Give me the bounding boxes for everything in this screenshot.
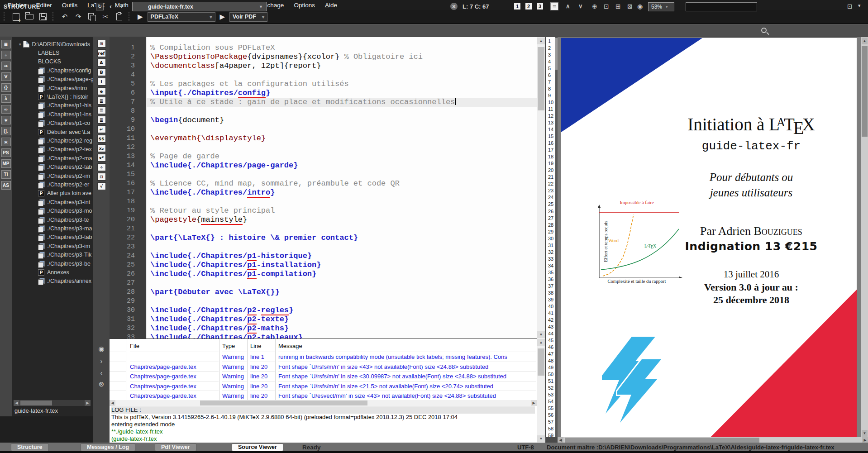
edit-icon-12[interactable]: x²	[97, 154, 106, 162]
scroll-right-icon[interactable]: ▶	[531, 400, 537, 406]
message-cell[interactable]: Warning	[222, 381, 247, 391]
symbol-tab-8[interactable]: (].	[1, 127, 11, 135]
message-cell[interactable]: Font shape `U/rsfs/m/n' in size <21.5> n…	[278, 381, 536, 391]
menu-item-outils[interactable]: Outils	[57, 1, 83, 10]
symbol-tab-7[interactable]: ∗	[1, 116, 11, 124]
tree-item-chapitres-p2-ma[interactable]: ./Chapitres/p2-ma	[38, 154, 92, 162]
tree-item-chapitres-p2-tex[interactable]: ./Chapitres/p2-tex	[38, 145, 92, 154]
symbol-tab-0[interactable]: ≣	[1, 40, 11, 48]
message-cell[interactable]: Font shape `U/rsfs/m/n' in size <43> not…	[278, 362, 536, 372]
menu-item-aide[interactable]: Aide	[320, 1, 342, 10]
message-cell[interactable]	[130, 352, 219, 362]
fit-page-icon[interactable]: ⊡	[604, 3, 609, 10]
message-cell[interactable]: line 20	[250, 391, 275, 400]
code-editor[interactable]: % Compilation sous PDFLaTeX\PassOptionsT…	[146, 37, 537, 339]
edit-icon-7[interactable]: ≣	[97, 106, 106, 114]
tree-item-labels[interactable]: LABELS	[38, 48, 59, 57]
close-panel-icon[interactable]: ⊗	[99, 379, 105, 389]
scroll-up-icon[interactable]: ▲	[862, 38, 868, 44]
cut-button[interactable]: ✂	[100, 11, 111, 22]
statusbar-tab-pdf-viewer[interactable]: Pdf Viewer	[155, 443, 196, 451]
pdf-scrollbar-vertical[interactable]: ▲ ▼	[861, 37, 868, 437]
message-cell[interactable]	[110, 352, 126, 362]
message-cell[interactable]: Chapitres/page-garde.tex	[130, 371, 219, 381]
tree-item-chapitres-intro[interactable]: ./Chapitres/intro	[38, 84, 87, 92]
tree-item-blocks[interactable]: BLOCKS	[38, 57, 61, 66]
editor-scrollbar-vertical[interactable]: ▲ ▼	[537, 37, 545, 339]
scrollbar-thumb[interactable]	[20, 401, 52, 405]
message-cell[interactable]	[110, 381, 126, 391]
edit-icon-0[interactable]: ⊞	[97, 40, 106, 48]
scroll-up-icon[interactable]: ▲	[537, 339, 545, 346]
symbol-tab-13[interactable]: AS	[1, 181, 11, 190]
user-tag-button-3[interactable]: 3	[536, 3, 544, 10]
tree-item-d-buter-avec-la[interactable]: PDébuter avec \La	[38, 128, 90, 136]
tree-item-chapitres-p3-im[interactable]: ./Chapitres/p3-im	[38, 242, 90, 250]
edit-icon-4[interactable]: I	[97, 78, 106, 86]
symbol-tab-3[interactable]: ∀	[1, 72, 11, 81]
message-cell[interactable]: Chapitres/page-garde.tex	[130, 391, 219, 400]
messages-scrollbar-horizontal[interactable]: ◀ ▶	[110, 400, 537, 406]
message-cell[interactable]	[110, 362, 126, 372]
message-cell[interactable]: line 20	[250, 381, 275, 391]
tree-item-chapitres-p3-tik[interactable]: ./Chapitres/p3-Tik	[38, 251, 91, 259]
symbol-tab-10[interactable]: PS	[1, 148, 11, 157]
user-tag-button-2[interactable]: 2	[525, 3, 532, 10]
message-cell[interactable]: Warning	[222, 391, 247, 400]
statusbar-tab-source-viewer[interactable]: Source Viewer	[232, 443, 283, 451]
save-button[interactable]	[37, 11, 49, 22]
message-cell[interactable]	[110, 391, 126, 400]
edit-icon-9[interactable]: ↵	[97, 125, 106, 133]
tree-item-chapitres-p1-his[interactable]: ./Chapitres/p1-his	[38, 101, 91, 110]
scrollbar-thumb[interactable]	[538, 348, 544, 376]
symbol-tab-6[interactable]: ∞	[1, 105, 11, 114]
chevron-down-icon[interactable]: ∨	[578, 3, 583, 10]
edit-icon-5[interactable]: e	[97, 87, 106, 95]
tree-item-chapitres-p2-tab[interactable]: ./Chapitres/p2-tab	[38, 163, 92, 172]
tree-item-chapitres-p1-ins[interactable]: ./Chapitres/p1-ins	[38, 110, 91, 119]
presentation-eye-icon[interactable]: ◉	[637, 3, 643, 10]
message-cell[interactable]: line 20	[250, 371, 275, 381]
paste-button[interactable]	[113, 11, 125, 22]
symbol-tab-1[interactable]: ÷	[1, 51, 11, 59]
tree-item-chapitres-p3-be[interactable]: ./Chapitres/p3-be	[38, 259, 91, 268]
edit-icon-6[interactable]: ≣	[97, 97, 106, 105]
tree-item-aller-plus-loin-av[interactable]: PAller plus loin ave	[38, 189, 91, 198]
back-arrow-icon[interactable]: ‹	[110, 2, 112, 10]
tree-collapse-icon[interactable]: ▾	[19, 42, 21, 47]
stop-icon[interactable]: ✕	[450, 3, 458, 10]
edit-icon-10[interactable]: $$	[97, 135, 106, 143]
message-cell[interactable]: running in backwards compatibility mode …	[278, 352, 536, 362]
tree-item-chapitres-p2-er[interactable]: ./Chapitres/p2-er	[38, 180, 89, 189]
symbol-tab-5[interactable]: λ	[1, 94, 11, 103]
message-cell[interactable]: Chapitres/page-garde.tex	[130, 362, 219, 372]
scrollbar-thumb[interactable]	[538, 47, 544, 110]
view-select[interactable]: Voir PDF ▾	[229, 12, 267, 22]
messages-scrollbar-vertical[interactable]: ▲ ▼	[537, 339, 545, 443]
tree-item-chapitres-p3-mo[interactable]: ./Chapitres/p3-mo	[38, 207, 92, 215]
edit-icon-14[interactable]: ⊟	[97, 173, 106, 181]
menu-item-options[interactable]: Options	[289, 1, 320, 10]
symbol-tab-11[interactable]: MP	[1, 159, 11, 168]
copy-button[interactable]	[86, 11, 98, 22]
run-compile-button[interactable]: ▶	[135, 13, 146, 21]
tree-item-chapitres-annex[interactable]: ./Chapitres/annex	[38, 277, 91, 286]
chevron-up-icon[interactable]: ∧	[566, 3, 570, 10]
scroll-up-icon[interactable]: ▲	[537, 38, 545, 44]
open-file-dropdown[interactable]: guide-latex-fr.tex ▾	[132, 2, 267, 11]
tree-item-chapitres-page-g[interactable]: ./Chapitres/page-g	[38, 75, 93, 84]
edit-icon-13[interactable]: ÷	[97, 163, 106, 171]
message-cell[interactable]: Warning	[222, 371, 247, 381]
tree-item-chapitres-p3-te[interactable]: ./Chapitres/p3-te	[38, 215, 89, 224]
undo-button[interactable]: ↶	[59, 11, 71, 22]
run-view-button[interactable]: ▶	[217, 13, 228, 21]
statusbar-tab-messages-log[interactable]: Messages / Log	[81, 443, 135, 451]
tree-item-latex-histoir[interactable]: P\LaTeX{} : histoir	[38, 92, 88, 101]
symbol-tab-2[interactable]: ⇒	[1, 62, 11, 70]
statusbar-tab-structure[interactable]: Structure	[11, 443, 49, 451]
edit-icon-15[interactable]: √	[97, 182, 106, 190]
scrollbar-thumb[interactable]	[862, 46, 868, 137]
open-file-button[interactable]	[24, 11, 35, 22]
message-cell[interactable]: Chapitres/page-garde.tex	[130, 381, 219, 391]
message-cell[interactable]: line 1	[250, 352, 275, 362]
